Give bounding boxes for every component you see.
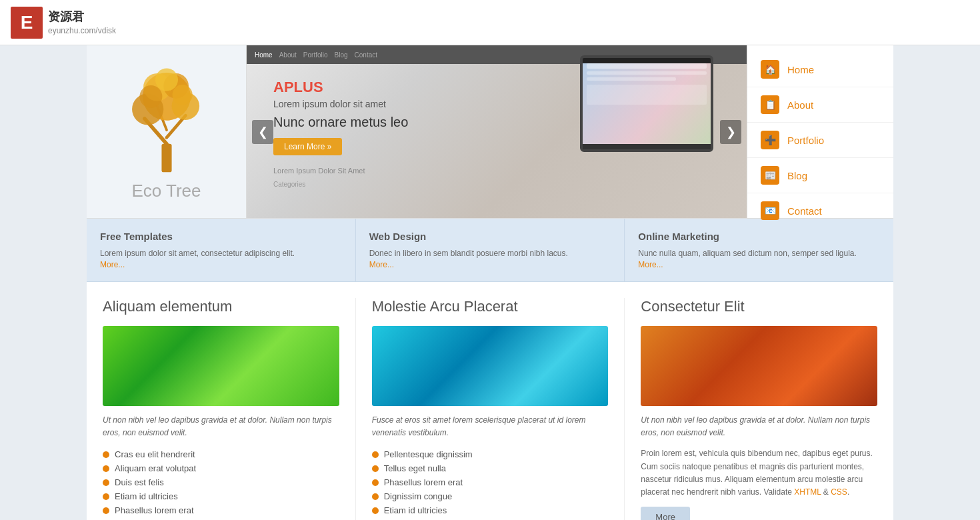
learn-more-button[interactable]: Learn More » (273, 138, 342, 155)
bullet-dot (103, 465, 109, 472)
slider-bg-text: Lorem Ipsum Dolor Sit Amet Categories (273, 165, 365, 191)
feature-desc-1: Donec in libero in sem blandit posuere m… (369, 247, 611, 259)
contact-icon: 📧 (761, 201, 779, 220)
fake-monitor (580, 55, 713, 152)
col-desc-3: Ut non nibh vel leo dapibus gravida et a… (641, 414, 877, 439)
list-item: Duis est felis (103, 475, 339, 489)
feature-desc-0: Lorem ipsum dolor sit amet, consectetur … (100, 247, 342, 259)
content-section: Aliquam elementum Ut non nibh vel leo da… (87, 282, 893, 520)
feature-more-0[interactable]: More... (100, 260, 125, 269)
slider-next-button[interactable]: ❯ (720, 120, 741, 144)
slider-text-area: APLUS Lorem ipsum dolor sit amet Nunc or… (273, 79, 408, 155)
nav-label-about: About (787, 99, 813, 111)
css-link[interactable]: CSS (831, 487, 847, 497)
col-image-1 (103, 326, 339, 406)
nav-label-blog: Blog (787, 170, 807, 181)
slider-prev-button[interactable]: ❮ (252, 120, 273, 144)
feature-more-1[interactable]: More... (369, 260, 394, 269)
content-col-3: Consectetur Elit Ut non nibh vel leo dap… (625, 298, 893, 520)
logo-e-letter: E (11, 7, 43, 39)
svg-point-10 (139, 85, 162, 108)
list-item: Etiam id ultricies (372, 503, 609, 517)
nav-item-portfolio[interactable]: ➕ Portfolio (747, 123, 893, 158)
col-title-1: Aliquam elementum (103, 298, 339, 315)
nav-item-about[interactable]: 📋 About (747, 87, 893, 123)
col-desc-2: Fusce at eros sit amet lorem scelerisque… (372, 414, 609, 439)
svg-point-11 (172, 85, 192, 105)
site-url: eyunzhu.com/vdisk (48, 25, 116, 37)
about-icon: 📋 (761, 95, 779, 114)
list-item: Etiam id ultricies (103, 489, 339, 503)
home-icon: 🏠 (761, 60, 779, 79)
logo-box: E 资源君 eyunzhu.com/vdisk (11, 7, 116, 39)
logo-text: 资源君 eyunzhu.com/vdisk (48, 9, 116, 37)
col-image-3 (641, 326, 877, 406)
nav-label-home: Home (787, 64, 814, 75)
svg-rect-0 (161, 144, 171, 173)
hero-section: Eco Tree Home About Portfolio Blog Conta… (87, 45, 893, 219)
list-item: Phasellus lorem erat (372, 475, 609, 489)
bullet-dot (103, 479, 109, 486)
xhtml-link[interactable]: XHTML (794, 487, 821, 497)
portfolio-icon: ➕ (761, 131, 779, 149)
nav-label-contact: Contact (787, 205, 822, 217)
bullet-dot (103, 451, 109, 458)
list-item: Phasellus lorem erat (103, 503, 339, 517)
top-logo-bar: E 资源君 eyunzhu.com/vdisk (0, 0, 980, 45)
feature-web-design: Web Design Donec in libero in sem blandi… (356, 219, 625, 281)
bullet-dot (372, 493, 379, 500)
feature-title-1: Web Design (369, 231, 611, 242)
content-col-1: Aliquam elementum Ut non nibh vel leo da… (87, 298, 356, 520)
bullet-dot (103, 493, 109, 500)
svg-point-9 (155, 68, 178, 91)
eco-tree-title: Eco Tree (131, 181, 201, 201)
more-button[interactable]: More (641, 507, 690, 520)
bullet-dot (372, 479, 379, 486)
col-desc-1: Ut non nibh vel leo dapibus gravida et a… (103, 414, 339, 439)
bullet-dot (103, 507, 109, 514)
slider-subline: Lorem ipsum dolor sit amet (273, 99, 408, 109)
feature-more-2[interactable]: More... (638, 260, 663, 269)
slider-panel: Home About Portfolio Blog Contact APLUS … (247, 45, 747, 218)
col-title-2: Molestie Arcu Placerat (372, 298, 609, 315)
content-col-2: Molestie Arcu Placerat Fusce at eros sit… (356, 298, 625, 520)
list-item: Tellus eget nulla (372, 461, 609, 475)
feature-free-templates: Free Templates Lorem ipsum dolor sit ame… (87, 219, 356, 281)
col-list-2: Pellentesque dignissim Tellus eget nulla… (372, 447, 609, 517)
col-image-2 (372, 326, 609, 406)
eco-tree-svg (123, 62, 210, 175)
list-item: Dignissim congue (372, 489, 609, 503)
blog-icon: 📰 (761, 166, 779, 185)
nav-label-portfolio: Portfolio (787, 135, 824, 146)
bullet-dot (372, 451, 379, 458)
feature-title-2: Online Marketing (638, 231, 880, 242)
slider-headline: Nunc ornare metus leo (273, 115, 408, 130)
list-item: Pellentesque dignissim (372, 447, 609, 461)
slider-content: Home About Portfolio Blog Contact APLUS … (247, 45, 747, 218)
col-title-3: Consectetur Elit (641, 298, 877, 315)
col-para-3: Proin lorem est, vehicula quis bibendum … (641, 447, 877, 499)
list-item: Cras eu elit hendrerit (103, 447, 339, 461)
main-wrapper: Eco Tree Home About Portfolio Blog Conta… (87, 45, 893, 520)
site-name: 资源君 (48, 9, 116, 25)
feature-desc-2: Nunc nulla quam, aliquam sed dictum non,… (638, 247, 880, 259)
feature-online-marketing: Online Marketing Nunc nulla quam, aliqua… (625, 219, 893, 281)
bullet-dot (372, 507, 379, 514)
nav-panel: 🏠 Home 📋 About ➕ Portfolio 📰 Blog 📧 Cont… (747, 45, 893, 218)
aplus-logo: APLUS (273, 79, 408, 96)
col-list-1: Cras eu elit hendrerit Aliquam erat volu… (103, 447, 339, 517)
list-item: Aliquam erat volutpat (103, 461, 339, 475)
eco-tree-panel: Eco Tree (87, 45, 247, 218)
bullet-dot (372, 465, 379, 472)
nav-item-home[interactable]: 🏠 Home (747, 52, 893, 87)
features-bar: Free Templates Lorem ipsum dolor sit ame… (87, 219, 893, 282)
nav-item-blog[interactable]: 📰 Blog (747, 158, 893, 193)
feature-title-0: Free Templates (100, 231, 342, 242)
